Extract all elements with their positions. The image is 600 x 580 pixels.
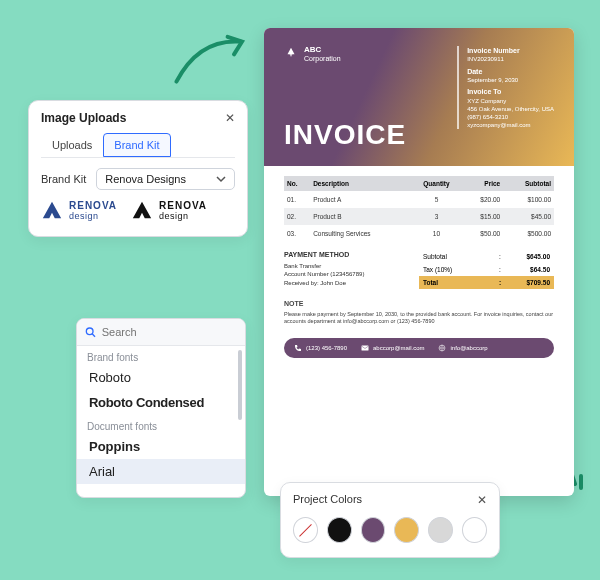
close-icon[interactable]: ✕ [225, 111, 235, 125]
font-group-brand: Brand fonts [77, 346, 245, 365]
color-swatches [293, 517, 487, 543]
swatch-grey[interactable] [428, 517, 453, 543]
invoice-items-table: No.Description QuantityPriceSubtotal 01.… [284, 176, 554, 242]
project-colors-panel: Project Colors ✕ [280, 482, 500, 558]
brand-logos: RENOVAdesign RENOVAdesign [41, 200, 235, 222]
globe-icon [438, 344, 446, 352]
invoice-brand: ABCCorporation [284, 46, 341, 62]
project-colors-title: Project Colors [293, 493, 362, 507]
swatch-gold[interactable] [394, 517, 419, 543]
uploads-tabs: Uploads Brand Kit [41, 133, 235, 158]
brand-name: ABC [304, 46, 341, 55]
font-group-document: Document fonts [77, 415, 245, 434]
svg-rect-1 [362, 346, 369, 351]
logo-renova-blue[interactable]: RENOVAdesign [41, 200, 117, 222]
image-uploads-panel: Image Uploads ✕ Uploads Brand Kit Brand … [28, 100, 248, 237]
arrow-icon [170, 30, 250, 90]
invoice-totals: Subtotal:$645.00 Tax (10%):$64.50 Total:… [419, 250, 554, 289]
renova-mark-icon [131, 200, 153, 222]
payment-method: PAYMENT METHOD Bank Transfer Account Num… [284, 250, 409, 289]
table-row: 01.Product A 5$20.00$100.00 [284, 191, 554, 208]
brand-mark-icon [284, 46, 298, 60]
font-item-arial[interactable]: Arial [77, 459, 245, 484]
swatch-none[interactable] [293, 517, 318, 543]
tab-uploads[interactable]: Uploads [41, 133, 103, 157]
tab-brand-kit[interactable]: Brand Kit [103, 133, 170, 157]
invoice-note: NOTE Please make payment by September 10… [284, 299, 554, 326]
invoice-title: INVOICE [284, 119, 406, 151]
font-picker-panel: Brand fonts Roboto Roboto Condensed Docu… [76, 318, 246, 498]
font-item-poppins[interactable]: Poppins [77, 434, 245, 459]
font-item-roboto-condensed[interactable]: Roboto Condensed [77, 390, 245, 415]
font-search-input[interactable] [102, 326, 237, 338]
invoice-header: ABCCorporation Invoice NumberINV20230911… [264, 28, 574, 166]
logo-text-bottom: design [159, 211, 189, 221]
swatch-plum[interactable] [361, 517, 386, 543]
mail-icon [361, 344, 369, 352]
search-icon [85, 326, 96, 338]
swatch-black[interactable] [327, 517, 352, 543]
brand-kit-select-value: Renova Designs [105, 173, 186, 185]
scrollbar[interactable] [238, 350, 242, 420]
brand-kit-label: Brand Kit [41, 173, 86, 185]
svg-point-0 [86, 328, 93, 335]
chevron-down-icon [216, 174, 226, 184]
invoice-contact-bar: (123) 456-7890 abccorp@mail.com info@abc… [284, 338, 554, 358]
phone-icon [294, 344, 302, 352]
font-search[interactable] [77, 319, 245, 346]
swatch-white[interactable] [462, 517, 487, 543]
brand-sub: Corporation [304, 55, 341, 62]
logo-text-bottom: design [69, 211, 99, 221]
invoice-meta: Invoice NumberINV20230911 DateSeptember … [457, 46, 554, 129]
table-header-row: No.Description QuantityPriceSubtotal [284, 176, 554, 191]
close-icon[interactable]: ✕ [477, 493, 487, 507]
logo-renova-black[interactable]: RENOVAdesign [131, 200, 207, 222]
image-uploads-title: Image Uploads [41, 111, 126, 125]
font-item-roboto[interactable]: Roboto [77, 365, 245, 390]
renova-mark-icon [41, 200, 63, 222]
invoice-document[interactable]: ABCCorporation Invoice NumberINV20230911… [264, 28, 574, 496]
table-row: 02.Product B 3$15.00$45.00 [284, 208, 554, 225]
table-row: 03.Consulting Services 10$50.00$500.00 [284, 225, 554, 242]
brand-kit-select[interactable]: Renova Designs [96, 168, 235, 190]
